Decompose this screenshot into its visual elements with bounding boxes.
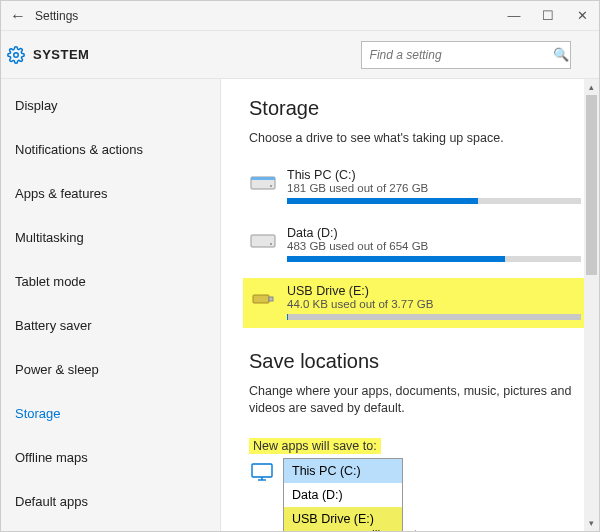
back-button[interactable]: ← <box>1 7 35 25</box>
header-row: SYSTEM 🔍 <box>1 31 599 79</box>
sidebar-item-tablet-mode[interactable]: Tablet mode <box>1 265 220 298</box>
drive-usage: 483 GB used out of 654 GB <box>287 240 581 252</box>
storage-subtext: Choose a drive to see what's taking up s… <box>249 130 581 148</box>
search-input[interactable] <box>361 41 571 69</box>
storage-heading: Storage <box>249 97 581 120</box>
sidebar-item-notifications[interactable]: Notifications & actions <box>1 133 220 166</box>
drive-row-e[interactable]: USB Drive (E:) 44.0 KB used out of 3.77 … <box>243 278 587 328</box>
svg-rect-7 <box>269 297 273 301</box>
close-button[interactable]: ✕ <box>565 8 599 23</box>
content-pane: Storage Choose a drive to see what's tak… <box>221 79 599 531</box>
svg-rect-2 <box>251 177 275 180</box>
maximize-button[interactable]: ☐ <box>531 8 565 23</box>
hdd-icon <box>249 226 277 254</box>
content-scrollbar[interactable]: ▴ ▾ <box>584 79 599 531</box>
drive-bar <box>287 256 581 262</box>
sidebar-item-multitasking[interactable]: Multitasking <box>1 221 220 254</box>
drive-usage: 181 GB used out of 276 GB <box>287 182 581 194</box>
hdd-icon <box>249 168 277 196</box>
window-title: Settings <box>35 9 78 23</box>
scroll-thumb[interactable] <box>586 95 597 275</box>
sidebar: Display Notifications & actions Apps & f… <box>1 79 221 531</box>
svg-point-3 <box>270 185 272 187</box>
drive-name: This PC (C:) <box>287 168 581 182</box>
scroll-down-button[interactable]: ▾ <box>584 515 599 531</box>
drive-name: Data (D:) <box>287 226 581 240</box>
settings-window: ← Settings — ☐ ✕ SYSTEM 🔍 Display Notifi… <box>0 0 600 532</box>
usb-drive-icon <box>249 284 277 312</box>
svg-point-0 <box>14 52 19 57</box>
drive-bar <box>287 314 581 320</box>
sidebar-item-display[interactable]: Display <box>1 89 220 122</box>
field2-suffix: will save to: <box>363 528 428 532</box>
apps-icon <box>249 462 275 482</box>
dropdown-option[interactable]: Data (D:) <box>284 483 402 507</box>
drive-row-c[interactable]: This PC (C:) 181 GB used out of 276 GB <box>249 162 581 210</box>
drive-row-d[interactable]: Data (D:) 483 GB used out of 654 GB <box>249 220 581 268</box>
svg-rect-8 <box>252 464 272 477</box>
sidebar-item-about[interactable]: About <box>1 529 220 531</box>
save-locations-subtext: Change where your apps, documents, music… <box>249 383 581 418</box>
minimize-button[interactable]: — <box>497 8 531 23</box>
svg-rect-4 <box>251 235 275 247</box>
gear-icon <box>7 46 25 64</box>
sidebar-item-default-apps[interactable]: Default apps <box>1 485 220 518</box>
new-apps-dropdown[interactable]: This PC (C:) Data (D:) USB Drive (E:) <box>283 458 403 532</box>
drive-bar <box>287 198 581 204</box>
svg-point-5 <box>270 243 272 245</box>
sidebar-item-offline-maps[interactable]: Offline maps <box>1 441 220 474</box>
new-apps-label: New apps will save to: <box>249 438 381 454</box>
sidebar-item-apps-features[interactable]: Apps & features <box>1 177 220 210</box>
sidebar-item-storage[interactable]: Storage <box>1 397 220 430</box>
drive-name: USB Drive (E:) <box>287 284 581 298</box>
sidebar-item-battery-saver[interactable]: Battery saver <box>1 309 220 342</box>
title-bar: ← Settings — ☐ ✕ <box>1 1 599 31</box>
svg-rect-6 <box>253 295 269 303</box>
drive-usage: 44.0 KB used out of 3.77 GB <box>287 298 581 310</box>
sidebar-item-power-sleep[interactable]: Power & sleep <box>1 353 220 386</box>
save-locations-heading: Save locations <box>249 350 581 373</box>
scroll-up-button[interactable]: ▴ <box>584 79 599 95</box>
header-category: SYSTEM <box>33 47 89 62</box>
dropdown-option[interactable]: This PC (C:) <box>284 459 402 483</box>
